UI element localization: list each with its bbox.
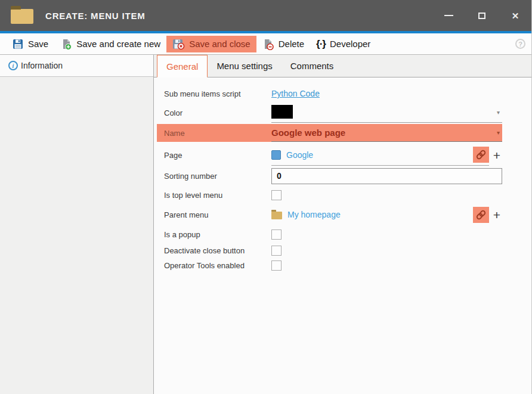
parent-menu-label: Parent menu [164, 210, 271, 219]
tab-menu-settings-label: Menu settings [216, 61, 272, 71]
tab-bar: General Menu settings Comments [154, 55, 531, 77]
is-top-level-menu-label: Is top level menu [164, 191, 271, 200]
is-a-popup-label: Is a popup [164, 230, 271, 239]
window-controls: ✕ [442, 9, 531, 22]
save-and-create-new-button[interactable]: Save and create new [54, 36, 166, 52]
save-new-icon [60, 38, 72, 50]
row-parent-menu: Parent menu My homepage + [164, 204, 502, 225]
color-dropdown[interactable]: ▾ [271, 103, 502, 123]
page-label: Page [164, 151, 271, 160]
deactivate-close-button-label: Deactivate close button [164, 246, 271, 255]
name-value: Google web page [271, 128, 345, 138]
sidebar: i Information [0, 55, 154, 394]
sorting-number-label: Sorting number [164, 172, 271, 181]
tab-general[interactable]: General [157, 55, 208, 77]
content-pane: General Menu settings Comments Sub menu … [154, 55, 531, 394]
is-a-popup-checkbox[interactable] [271, 229, 282, 240]
google-page-link[interactable]: Google [286, 150, 313, 160]
parent-menu-link-button[interactable] [473, 207, 489, 223]
color-swatch [271, 105, 293, 119]
tab-information[interactable]: i Information [0, 55, 153, 77]
tab-comments[interactable]: Comments [282, 55, 343, 77]
color-label: Color [164, 108, 271, 117]
page-reference-field: Google [271, 144, 489, 166]
folder-icon [271, 212, 282, 219]
save-label: Save [28, 39, 48, 49]
tab-comments-label: Comments [290, 61, 334, 71]
name-dropdown[interactable]: Google web page ▾ [271, 124, 502, 142]
delete-icon [262, 38, 274, 50]
is-top-level-menu-checkbox[interactable] [271, 190, 282, 200]
tab-menu-settings[interactable]: Menu settings [208, 55, 281, 77]
row-sorting-number: Sorting number [164, 166, 502, 186]
save-and-close-label: Save and close [189, 39, 250, 49]
main-area: i Information General Menu settings Comm… [0, 55, 531, 394]
developer-label: Developer [330, 39, 370, 49]
deactivate-close-button-checkbox[interactable] [271, 246, 282, 256]
row-deactivate-close-button: Deactivate close button [164, 243, 502, 258]
toolbar: Save Save and create new Save and close … [0, 33, 531, 55]
maximize-button[interactable] [475, 9, 488, 22]
general-form: Sub menu items script Python Code Color … [154, 77, 531, 394]
tab-general-label: General [166, 61, 198, 72]
row-operator-tools-enabled: Operator Tools enabled [164, 258, 502, 273]
row-color: Color ▾ [164, 103, 502, 123]
chain-link-icon [475, 209, 487, 221]
information-label: Information [21, 61, 63, 70]
save-close-icon [172, 38, 185, 50]
python-code-link[interactable]: Python Code [271, 89, 320, 98]
row-name: Name Google web page ▾ [157, 124, 502, 142]
row-is-top-level-menu: Is top level menu [164, 186, 502, 204]
delete-button[interactable]: Delete [256, 36, 310, 52]
parent-menu-reference-field: My homepage [271, 204, 489, 225]
help-icon[interactable]: ? [515, 39, 525, 49]
close-button[interactable]: ✕ [509, 9, 522, 22]
minimize-button[interactable] [442, 9, 455, 22]
page-add-button[interactable]: + [491, 149, 502, 162]
operator-tools-enabled-checkbox[interactable] [271, 260, 282, 271]
close-icon: ✕ [512, 11, 519, 20]
maximize-icon [478, 13, 485, 19]
minimize-icon [444, 15, 453, 16]
caret-down-icon: ▾ [497, 109, 502, 116]
create-menu-item-window: CREATE: MENU ITEM ✕ Save Save and create… [0, 0, 532, 394]
name-label: Name [164, 129, 271, 138]
my-homepage-link[interactable]: My homepage [287, 210, 341, 219]
sorting-number-input[interactable] [271, 168, 502, 184]
page-link-button[interactable] [473, 147, 489, 163]
row-page: Page Google + [164, 144, 502, 166]
delete-label: Delete [279, 39, 304, 49]
window-title: CREATE: MENU ITEM [45, 11, 145, 21]
operator-tools-enabled-label: Operator Tools enabled [164, 261, 271, 270]
page-icon [271, 150, 281, 160]
caret-down-icon: ▾ [497, 129, 502, 136]
row-sub-menu-items-script: Sub menu items script Python Code [164, 85, 502, 103]
save-and-create-new-label: Save and create new [76, 39, 160, 49]
sub-menu-items-script-label: Sub menu items script [164, 89, 271, 98]
chain-link-icon [475, 149, 487, 160]
folder-icon [11, 9, 33, 24]
developer-icon: {·} [316, 38, 326, 50]
titlebar: CREATE: MENU ITEM ✕ [0, 0, 531, 31]
save-button[interactable]: Save [6, 36, 54, 52]
save-and-close-button[interactable]: Save and close [166, 36, 256, 52]
row-is-a-popup: Is a popup [164, 225, 502, 243]
save-icon [12, 38, 24, 50]
info-icon: i [8, 61, 18, 70]
developer-button[interactable]: {·} Developer [310, 36, 376, 52]
parent-menu-add-button[interactable]: + [491, 209, 502, 221]
